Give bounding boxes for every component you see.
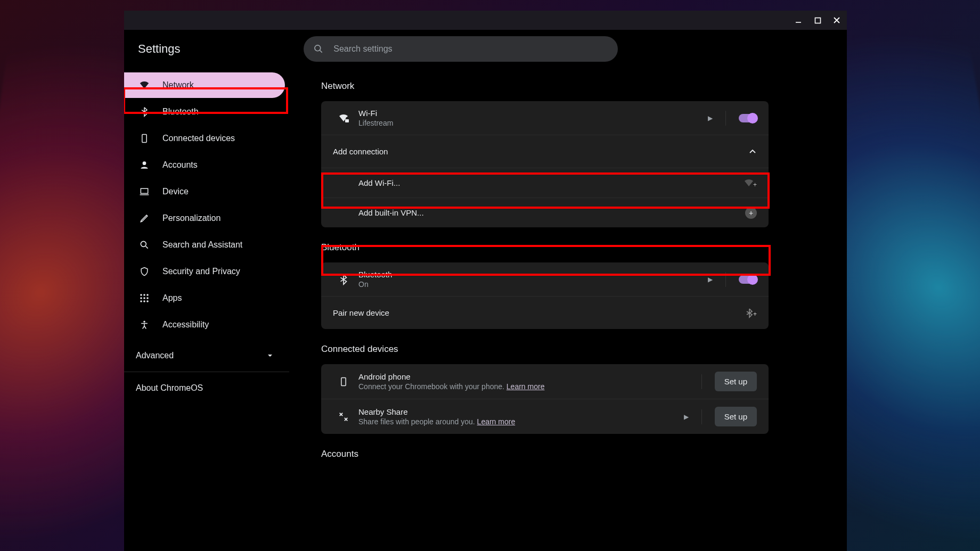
svg-point-3: [143, 161, 146, 165]
maximize-button[interactable]: [813, 15, 822, 25]
section-title-network: Network: [321, 81, 769, 92]
sidebar-item-personalization[interactable]: Personalization: [124, 205, 285, 231]
search-icon: [313, 44, 324, 54]
search-box[interactable]: [304, 36, 618, 62]
chevron-right-icon[interactable]: ▶: [684, 413, 689, 421]
add-connection-row[interactable]: Add connection: [321, 135, 769, 168]
sidebar-item-network[interactable]: Network: [124, 72, 285, 98]
sidebar-item-label: Accessibility: [162, 320, 209, 330]
header: Settings: [124, 30, 847, 68]
plus-icon: +: [745, 207, 757, 219]
sidebar-item-accounts[interactable]: Accounts: [124, 152, 285, 178]
bluetooth-status: On: [358, 280, 708, 289]
sidebar-item-connected-devices[interactable]: Connected devices: [124, 126, 285, 151]
wifi-add-icon: +: [743, 178, 757, 188]
bluetooth-row[interactable]: Bluetooth On ▶: [321, 262, 769, 296]
page-title: Settings: [138, 42, 181, 56]
phone-icon: [138, 133, 151, 144]
search-icon: [138, 240, 151, 250]
section-title-accounts: Accounts: [321, 449, 769, 459]
svg-text:+: +: [753, 181, 757, 188]
phone-icon: [333, 376, 354, 387]
sidebar-item-label: Connected devices: [162, 134, 235, 143]
sidebar-item-label: Personalization: [162, 213, 220, 223]
sidebar-item-bluetooth[interactable]: Bluetooth: [124, 99, 285, 125]
settings-window: Settings Network Bluetooth Connecte: [124, 11, 847, 551]
sidebar-item-label: Device: [162, 187, 189, 196]
chevron-right-icon[interactable]: ▶: [708, 276, 713, 283]
section-title-bluetooth: Bluetooth: [321, 242, 769, 253]
wifi-row[interactable]: Wi-Fi Lifestream ▶: [321, 101, 769, 135]
divider: [725, 111, 726, 126]
svg-rect-2: [142, 135, 146, 143]
close-button[interactable]: [832, 15, 842, 25]
svg-point-5: [141, 241, 146, 246]
nearby-title: Nearby Share: [358, 407, 684, 416]
sidebar-divider: [124, 372, 289, 372]
pair-device-row[interactable]: Pair new device +: [321, 296, 769, 329]
android-phone-row: Android phone Connect your Chromebook wi…: [321, 364, 769, 399]
nearby-desc: Share files with people around you. Lear…: [358, 417, 684, 426]
bluetooth-icon: [333, 274, 354, 285]
chevron-right-icon[interactable]: ▶: [708, 114, 713, 122]
sidebar-about[interactable]: About ChromeOS: [124, 375, 289, 401]
person-icon: [138, 160, 151, 170]
sidebar-item-apps[interactable]: Apps: [124, 285, 285, 311]
android-desc: Connect your Chromebook with your phone.…: [358, 382, 701, 391]
learn-more-link[interactable]: Learn more: [477, 417, 516, 426]
svg-point-6: [140, 294, 142, 296]
sidebar-advanced[interactable]: Advanced: [124, 343, 289, 368]
divider: [701, 374, 702, 389]
search-input[interactable]: [333, 44, 608, 54]
divider: [725, 272, 726, 287]
divider: [701, 409, 702, 424]
svg-point-7: [143, 294, 145, 296]
bluetooth-card: Bluetooth On ▶ Pair new device +: [321, 262, 769, 329]
about-label: About ChromeOS: [136, 383, 203, 393]
nearby-share-row: Nearby Share Share files with people aro…: [321, 399, 769, 434]
sidebar-item-label: Security and Privacy: [162, 267, 240, 276]
add-wifi-label: Add Wi-Fi...: [358, 178, 400, 187]
laptop-icon: [138, 186, 151, 197]
bluetooth-icon: [138, 106, 151, 117]
add-vpn-row[interactable]: Add built-in VPN... +: [321, 198, 769, 227]
add-wifi-row[interactable]: Add Wi-Fi... +: [321, 168, 769, 198]
svg-point-8: [146, 294, 149, 296]
sidebar-item-search-assistant[interactable]: Search and Assistant: [124, 232, 285, 258]
wifi-icon: [138, 79, 151, 91]
svg-point-1: [315, 45, 321, 51]
connected-card: Android phone Connect your Chromebook wi…: [321, 364, 769, 434]
advanced-label: Advanced: [136, 351, 174, 360]
svg-point-15: [143, 321, 145, 323]
wifi-toggle[interactable]: [739, 114, 757, 122]
accessibility-icon: [138, 319, 151, 330]
title-bar: [124, 11, 847, 30]
chevron-down-icon: [267, 352, 273, 359]
minimize-button[interactable]: [794, 15, 803, 25]
svg-rect-19: [341, 377, 346, 385]
sidebar-item-label: Accounts: [162, 160, 198, 170]
sidebar-item-label: Bluetooth: [162, 107, 199, 117]
learn-more-link[interactable]: Learn more: [507, 382, 545, 391]
pair-label: Pair new device: [333, 308, 389, 317]
android-title: Android phone: [358, 372, 701, 381]
setup-nearby-button[interactable]: Set up: [715, 407, 757, 426]
sidebar-item-security-privacy[interactable]: Security and Privacy: [124, 259, 285, 284]
chevron-up-icon: [748, 147, 757, 156]
wifi-title: Wi-Fi: [358, 109, 708, 118]
svg-point-11: [146, 297, 149, 299]
edit-icon: [138, 213, 151, 224]
bluetooth-toggle[interactable]: [739, 275, 757, 284]
svg-rect-0: [815, 18, 820, 23]
bluetooth-title: Bluetooth: [358, 270, 708, 279]
svg-point-14: [146, 300, 149, 302]
svg-point-10: [143, 297, 145, 299]
shield-icon: [138, 266, 151, 277]
svg-rect-16: [345, 119, 349, 122]
network-card: Wi-Fi Lifestream ▶ Add connection: [321, 101, 769, 227]
sidebar-item-accessibility[interactable]: Accessibility: [124, 312, 285, 338]
svg-point-12: [140, 300, 142, 302]
sidebar-item-device[interactable]: Device: [124, 179, 285, 204]
svg-rect-4: [141, 188, 148, 193]
setup-android-button[interactable]: Set up: [715, 372, 757, 391]
